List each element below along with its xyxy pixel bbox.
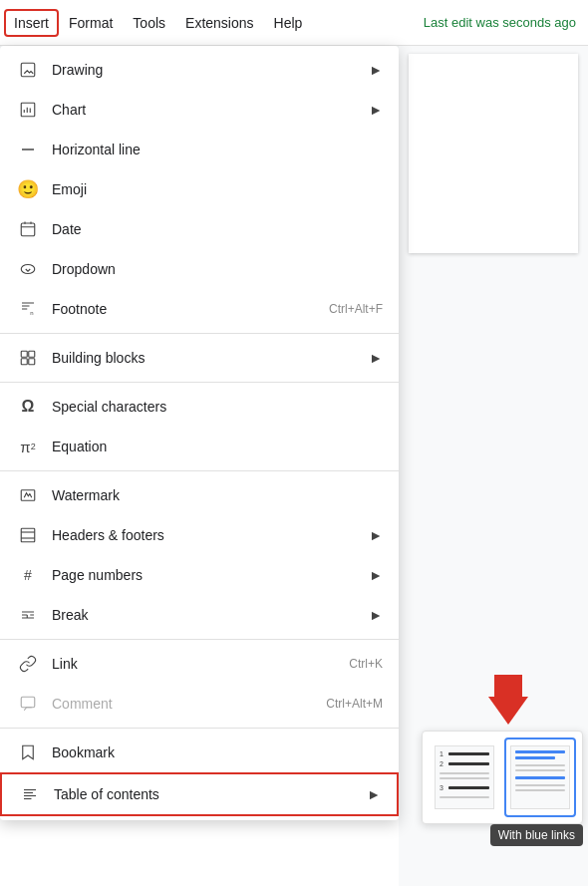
chart-icon (16, 98, 40, 122)
date-icon (16, 217, 40, 241)
headers-arrow: ► (369, 527, 383, 543)
separator-2 (0, 382, 399, 383)
svg-rect-3 (21, 223, 35, 236)
separator-4 (0, 639, 399, 640)
svg-rect-9 (29, 359, 35, 365)
link-icon (16, 652, 40, 676)
pagenums-icon: # (16, 563, 40, 587)
menu-item-watermark[interactable]: Watermark (0, 475, 399, 515)
equation-label: Equation (52, 439, 383, 454)
headers-label: Headers & footers (52, 527, 369, 543)
menu-bar: Insert Format Tools Extensions Help Last… (0, 0, 588, 46)
omega-icon: Ω (16, 395, 40, 419)
break-arrow: ► (369, 607, 383, 623)
menu-insert[interactable]: Insert (4, 9, 59, 37)
toc-option-plain-text[interactable]: 1 2 3 (429, 738, 500, 817)
menu-item-headers-footers[interactable]: Headers & footers ► (0, 515, 399, 555)
toc-tooltip: With blue links (490, 824, 583, 846)
break-icon (16, 603, 40, 627)
menu-item-dropdown[interactable]: Dropdown (0, 249, 399, 289)
menu-item-page-numbers[interactable]: # Page numbers ► (0, 555, 399, 595)
svg-rect-11 (21, 528, 35, 542)
menu-item-bookmark[interactable]: Bookmark (0, 733, 399, 772)
footnote-shortcut: Ctrl+Alt+F (329, 302, 383, 316)
menu-item-date[interactable]: Date (0, 209, 399, 249)
menu-item-building-blocks[interactable]: Building blocks ► (0, 338, 399, 378)
bookmark-icon (16, 740, 40, 764)
svg-rect-8 (21, 359, 27, 365)
separator-1 (0, 333, 399, 334)
link-shortcut: Ctrl+K (349, 657, 383, 671)
menu-extensions[interactable]: Extensions (175, 9, 263, 37)
break-label: Break (52, 607, 369, 623)
svg-text:n: n (30, 310, 33, 316)
menu-item-link[interactable]: Link Ctrl+K (0, 644, 399, 684)
pagenums-label: Page numbers (52, 567, 369, 583)
menu-tools[interactable]: Tools (123, 9, 175, 37)
hline-icon (16, 138, 40, 161)
svg-rect-0 (21, 63, 35, 77)
dropdown-icon (16, 257, 40, 281)
menu-item-drawing[interactable]: Drawing ► (0, 50, 399, 90)
svg-point-4 (21, 265, 35, 274)
toc-icon (18, 782, 42, 806)
toc-preview-blue (510, 745, 570, 809)
document-page (409, 54, 578, 253)
blocks-arrow: ► (369, 350, 383, 366)
svg-rect-1 (21, 103, 35, 117)
headers-icon (16, 523, 40, 547)
last-edit-status: Last edit was seconds ago (424, 15, 584, 30)
footnote-icon: n (16, 297, 40, 321)
watermark-icon (16, 483, 40, 507)
dropdown-label: Dropdown (52, 261, 383, 277)
svg-rect-7 (29, 351, 35, 357)
toc-options-card: 1 2 3 (422, 731, 583, 824)
drawing-label: Drawing (52, 62, 369, 78)
red-down-arrow (488, 675, 528, 725)
toc-preview-plain: 1 2 3 (435, 745, 494, 809)
footnote-label: Footnote (52, 301, 329, 317)
comment-icon (16, 692, 40, 716)
menu-item-equation[interactable]: π2 Equation (0, 427, 399, 466)
menu-item-special-characters[interactable]: Ω Special characters (0, 387, 399, 427)
svg-rect-14 (21, 697, 35, 708)
comment-label: Comment (52, 696, 326, 712)
drawing-icon (16, 58, 40, 82)
menu-help[interactable]: Help (264, 9, 313, 37)
emoji-icon: 🙂 (16, 177, 40, 201)
drawing-arrow: ► (369, 62, 383, 78)
blocks-icon (16, 346, 40, 370)
special-chars-label: Special characters (52, 399, 383, 415)
menu-item-horizontal-line[interactable]: Horizontal line (0, 130, 399, 169)
separator-3 (0, 470, 399, 471)
toc-arrow: ► (367, 786, 381, 802)
emoji-label: Emoji (52, 181, 383, 197)
toc-option-blue-links[interactable] (504, 738, 576, 817)
comment-shortcut: Ctrl+Alt+M (326, 697, 383, 711)
pagenums-arrow: ► (369, 567, 383, 583)
menu-item-emoji[interactable]: 🙂 Emoji (0, 169, 399, 209)
menu-item-chart[interactable]: Chart ► (0, 90, 399, 130)
hline-label: Horizontal line (52, 142, 383, 157)
chart-arrow: ► (369, 102, 383, 118)
watermark-label: Watermark (52, 487, 383, 503)
menu-item-comment: Comment Ctrl+Alt+M (0, 684, 399, 724)
svg-rect-6 (21, 351, 27, 357)
menu-item-footnote[interactable]: n Footnote Ctrl+Alt+F (0, 289, 399, 329)
blocks-label: Building blocks (52, 350, 369, 366)
menu-format[interactable]: Format (59, 9, 123, 37)
pi-icon: π2 (16, 435, 40, 458)
menu-item-table-of-contents[interactable]: Table of contents ► (0, 772, 399, 816)
toc-label: Table of contents (54, 786, 367, 802)
menu-item-break[interactable]: Break ► (0, 595, 399, 635)
link-label: Link (52, 656, 349, 672)
insert-dropdown: Drawing ► Chart ► Horizontal line 🙂 Emoj… (0, 46, 399, 820)
toc-popup-area: 1 2 3 (422, 675, 583, 846)
bookmark-label: Bookmark (52, 744, 383, 760)
chart-label: Chart (52, 102, 369, 118)
separator-5 (0, 728, 399, 729)
date-label: Date (52, 221, 383, 237)
